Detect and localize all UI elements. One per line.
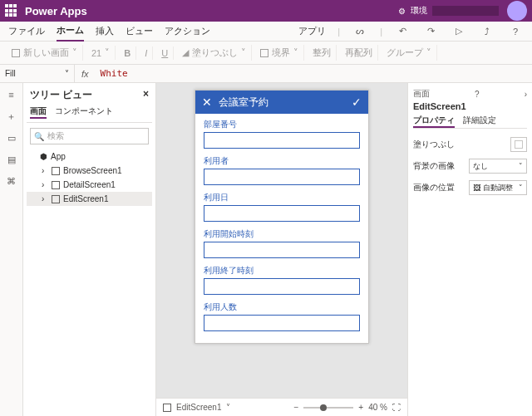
- redo-icon[interactable]: ↷: [422, 23, 439, 40]
- new-screen-button[interactable]: 新しい画面˅: [7, 45, 83, 61]
- prop-imgpos-select[interactable]: 🖾 自動調整˅: [469, 180, 527, 195]
- chevron-down-icon: ˅: [519, 184, 523, 192]
- menu-home[interactable]: ホーム: [57, 21, 84, 42]
- environment-label: 環境: [411, 5, 427, 17]
- tree-tab-component[interactable]: コンポーネント: [55, 105, 113, 119]
- field-label: 利用者: [204, 155, 360, 167]
- menu-apps[interactable]: アプリ: [298, 22, 326, 41]
- media-icon[interactable]: ▤: [5, 153, 18, 166]
- align-button[interactable]: 整列: [308, 45, 337, 61]
- prop-fill-label: 塗りつぶし: [413, 139, 455, 150]
- property-selector[interactable]: Fill˅: [0, 65, 75, 82]
- field-input[interactable]: [204, 278, 360, 295]
- menu-view[interactable]: ビュー: [126, 22, 153, 41]
- zoom-value: 40 %: [368, 403, 387, 412]
- data-icon[interactable]: ▭: [5, 131, 18, 144]
- screen-icon: [52, 195, 60, 203]
- tree-node-screen[interactable]: ›EditScreen1: [27, 192, 152, 206]
- props-tab-advanced[interactable]: 詳細設定: [463, 115, 496, 128]
- field-label: 利用人数: [204, 301, 360, 313]
- props-header-label: 画面: [413, 88, 430, 100]
- form-submit-icon[interactable]: ✓: [352, 95, 362, 109]
- prop-imgpos-label: 画像の位置: [413, 182, 455, 193]
- status-screen-name[interactable]: EditScreen1: [176, 403, 221, 412]
- prop-fill-picker[interactable]: [510, 137, 527, 152]
- fit-icon[interactable]: ⛶: [392, 403, 401, 412]
- formula-input[interactable]: White: [96, 68, 133, 79]
- border-button[interactable]: 境界˅: [255, 45, 304, 61]
- settings-icon[interactable]: ?: [507, 23, 524, 40]
- menu-file[interactable]: ファイル: [8, 22, 45, 41]
- app-launcher-icon[interactable]: [5, 4, 18, 17]
- props-tab-properties[interactable]: プロパティ: [413, 115, 455, 128]
- zoom-out-button[interactable]: −: [294, 403, 299, 412]
- search-placeholder: 検索: [47, 130, 64, 142]
- bold-button[interactable]: B: [119, 46, 136, 60]
- close-panel-icon[interactable]: ×: [143, 88, 149, 102]
- tree-title: ツリー ビュー: [30, 88, 92, 102]
- environment-picker[interactable]: ⚙ 環境: [398, 5, 499, 17]
- reorder-button[interactable]: 再配列: [340, 45, 378, 61]
- field-input[interactable]: [204, 242, 360, 258]
- tree-view-icon[interactable]: ≡: [5, 88, 18, 101]
- user-avatar[interactable]: [507, 1, 527, 21]
- share-icon[interactable]: ⤴: [479, 23, 495, 40]
- divider: |: [337, 27, 340, 37]
- field-label: 利用終了時刻: [204, 265, 360, 277]
- zoom-in-button[interactable]: +: [358, 403, 363, 412]
- screen-icon: [52, 167, 60, 175]
- chevron-down-icon: ˅: [519, 162, 523, 170]
- divider: |: [380, 27, 382, 37]
- field-input[interactable]: [204, 132, 360, 149]
- search-icon: 🔍: [34, 132, 44, 141]
- group-button[interactable]: グループ˅: [382, 45, 437, 61]
- insert-icon[interactable]: ＋: [5, 110, 18, 123]
- paint-bucket-icon: ◢: [182, 47, 189, 58]
- tree-node-screen[interactable]: ›DetailScreen1: [27, 178, 152, 192]
- form-title: 会議室予約: [219, 95, 345, 110]
- screen-icon-status: [163, 404, 171, 412]
- field-label: 利用日: [204, 192, 360, 203]
- underline-button[interactable]: U: [156, 46, 174, 60]
- screen-icon: [52, 181, 60, 189]
- menu-insert[interactable]: 挿入: [96, 22, 114, 41]
- menu-action[interactable]: アクション: [165, 22, 210, 41]
- environment-name: [432, 6, 499, 16]
- environment-icon: ⚙: [398, 7, 406, 16]
- tree-node-screen[interactable]: ›BrowseScreen1: [27, 164, 152, 178]
- undo-icon[interactable]: ↶: [394, 23, 411, 40]
- tree-search-input[interactable]: 🔍 検索: [30, 128, 149, 144]
- app-checker-icon[interactable]: ᔕ: [352, 23, 368, 40]
- color-swatch-icon: [515, 140, 523, 149]
- zoom-slider[interactable]: [303, 407, 353, 409]
- tree-tab-screen[interactable]: 画面: [30, 105, 47, 119]
- field-input[interactable]: [204, 205, 360, 222]
- play-icon[interactable]: ▷: [451, 23, 467, 40]
- app-name: Power Apps: [25, 5, 398, 17]
- italic-button[interactable]: I: [140, 46, 153, 60]
- props-help-icon[interactable]: ?: [475, 90, 480, 99]
- app-icon: ⬢: [40, 152, 47, 161]
- props-expand-icon[interactable]: ›: [525, 90, 527, 99]
- prop-bgimage-select[interactable]: なし˅: [469, 159, 527, 174]
- prop-bgimage-label: 背景の画像: [413, 160, 455, 172]
- field-input[interactable]: [204, 315, 360, 331]
- fontsize-input[interactable]: 21˅: [86, 46, 116, 60]
- field-label: 部屋番号: [204, 119, 360, 130]
- canvas-screen[interactable]: ✕ 会議室予約 ✓ 部屋番号 利用者 利用日 利用開始時刻 利用終了時刻 利用人…: [195, 90, 369, 344]
- form-cancel-icon[interactable]: ✕: [202, 95, 212, 109]
- field-input[interactable]: [204, 169, 360, 185]
- fill-button[interactable]: ◢塗りつぶし˅: [177, 45, 252, 61]
- tree-node-app[interactable]: ⬢App: [27, 149, 152, 164]
- advanced-icon[interactable]: ⌘: [5, 174, 18, 188]
- selected-control-name: EditScreen1: [413, 101, 527, 111]
- field-label: 利用開始時刻: [204, 228, 360, 240]
- fx-label: fx: [75, 69, 96, 79]
